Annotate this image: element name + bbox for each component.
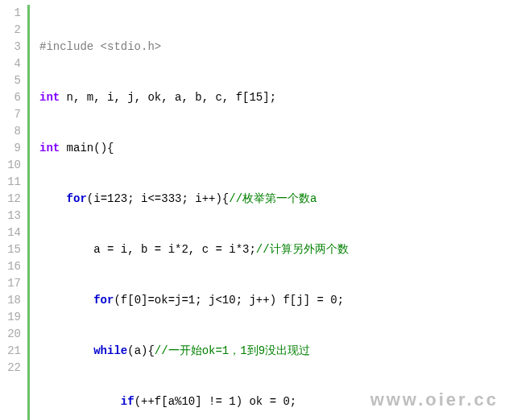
line-number: 13	[0, 208, 21, 224]
code-line: #include <stdio.h>	[39, 39, 371, 56]
line-number: 6	[0, 89, 21, 106]
code-line: a = i, b = i*2, c = i*3;//计算另外两个数	[39, 241, 371, 258]
watermark-text: www.oier.cc	[370, 389, 499, 410]
line-number: 3	[0, 39, 21, 56]
code-line: int n, m, i, j, ok, a, b, c, f[15];	[39, 89, 371, 106]
line-number: 5	[0, 72, 21, 89]
line-number: 15	[0, 241, 21, 258]
code-line: for(i=123; i<=333; i++){//枚举第一个数a	[39, 191, 371, 208]
line-number: 19	[0, 309, 21, 326]
code-block: 1 2 3 4 5 6 7 8 9 10 11 12 13 14 15 16 1…	[0, 0, 513, 420]
line-number: 11	[0, 174, 21, 191]
line-number: 4	[0, 56, 21, 72]
line-number: 22	[0, 360, 21, 377]
line-number: 8	[0, 123, 21, 140]
line-number-gutter: 1 2 3 4 5 6 7 8 9 10 11 12 13 14 15 16 1…	[0, 5, 27, 420]
code-line: int main(){	[39, 140, 371, 157]
line-number: 1	[0, 5, 21, 22]
line-number: 14	[0, 224, 21, 241]
line-number: 2	[0, 22, 21, 39]
code-content: #include <stdio.h> int n, m, i, j, ok, a…	[30, 5, 371, 420]
line-number: 10	[0, 157, 21, 174]
line-number: 21	[0, 343, 21, 360]
line-number: 16	[0, 258, 21, 275]
line-number: 9	[0, 140, 21, 157]
line-number: 17	[0, 275, 21, 292]
line-number: 18	[0, 292, 21, 309]
code-line: if(++f[a%10] != 1) ok = 0;	[39, 393, 371, 410]
line-number: 7	[0, 106, 21, 123]
code-line: while(a){//一开始ok=1，1到9没出现过	[39, 343, 371, 360]
code-line: for(f[0]=ok=j=1; j<10; j++) f[j] = 0;	[39, 292, 371, 309]
line-number: 20	[0, 326, 21, 343]
line-number: 12	[0, 191, 21, 208]
